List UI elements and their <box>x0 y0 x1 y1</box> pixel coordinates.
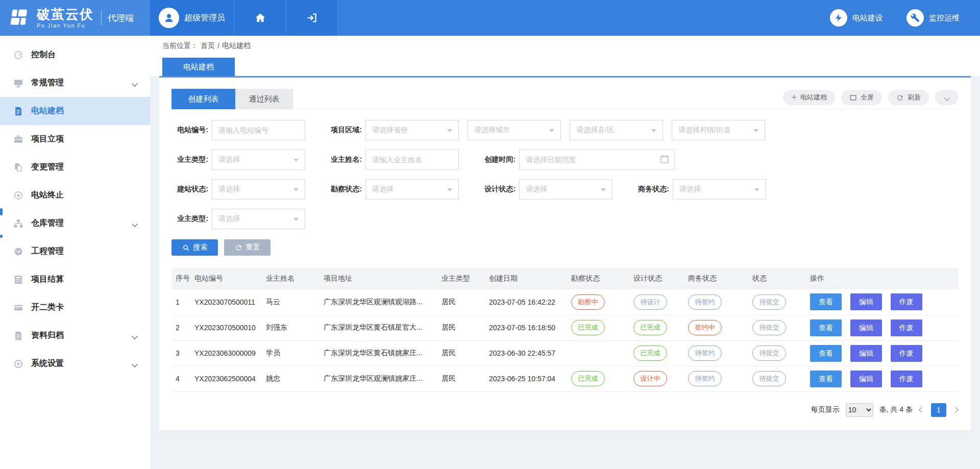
breadcrumb-separator: / <box>217 42 219 50</box>
filter-label: 业主类型: <box>172 214 208 224</box>
cell-type: 居民 <box>437 289 485 315</box>
sidebar-item-station-filing[interactable]: 电站建档 <box>0 97 150 125</box>
gauge-icon <box>13 246 23 257</box>
filter-row: 建站状态: 请选择 勘察状态: 请选择 设计状态: 请选择 商务状态: <box>172 179 959 200</box>
cell-address: 广东深圳龙华区观澜镇姚家庄... <box>320 366 437 391</box>
sidebar-item-system-settings[interactable]: 系统设置 <box>0 350 150 378</box>
edit-button[interactable]: 编辑 <box>850 293 882 310</box>
col-header: 操作 <box>806 268 959 289</box>
page-number-button[interactable]: 1 <box>931 403 946 417</box>
edit-button[interactable]: 编辑 <box>850 371 882 387</box>
cell-no: 3 <box>172 340 190 366</box>
cell-address: 广东深圳龙华区观澜镇观湖路... <box>320 289 437 315</box>
logout-button[interactable] <box>286 0 338 36</box>
county-select[interactable]: 请选择县/区 <box>570 120 663 140</box>
sidebar-item-data-archive[interactable]: 资料归档 <box>0 322 150 350</box>
breadcrumb-current: 电站建档 <box>222 41 251 51</box>
logo-divider <box>101 10 102 26</box>
reset-icon <box>235 244 242 252</box>
calculator-icon <box>13 275 23 285</box>
refresh-button[interactable]: 刷新 <box>888 90 929 105</box>
cell-actions: 查看 编辑 作废 <box>806 315 959 340</box>
user-menu[interactable]: 超级管理员 <box>150 0 234 36</box>
page-tab-station-filing[interactable]: 电站建档 <box>162 58 235 76</box>
cell-type: 居民 <box>437 366 485 391</box>
view-button[interactable]: 查看 <box>810 319 842 336</box>
search-button[interactable]: 搜索 <box>172 239 218 256</box>
sidebar-item-label: 仓库管理 <box>31 218 64 229</box>
sidebar-item-engineering-mgmt[interactable]: 工程管理 <box>0 237 150 265</box>
per-page-select[interactable]: 10 <box>846 403 873 417</box>
filter-form: 电站编号: 项目区域: 请选择省份 请选择城市 请选择县/区 请选择村镇/街道 <box>172 110 959 256</box>
cell-code: YX2023062500004 <box>190 366 262 391</box>
select-placeholder: 请选择村镇/街道 <box>678 126 730 135</box>
sidebar-item-general-mgmt[interactable]: 常规管理 <box>0 69 150 97</box>
table-row: 3 YX2023063000009 学员 广东深圳龙华区黄石镇姚家庄... 居民… <box>172 340 959 366</box>
filter-row: 业主类型: 请选择 <box>172 209 959 229</box>
cell-actions: 查看 编辑 作废 <box>806 340 959 366</box>
collapse-toolbar-button[interactable] <box>935 90 959 105</box>
view-button[interactable]: 查看 <box>810 345 842 362</box>
sidebar-item-project-settlement[interactable]: 项目结算 <box>0 265 150 293</box>
view-button[interactable]: 查看 <box>810 293 842 310</box>
sidebar-item-project-initiation[interactable]: 项目立项 <box>0 125 150 153</box>
filter-label: 创建时间: <box>479 155 516 164</box>
void-button[interactable]: 作废 <box>891 371 922 387</box>
survey-status-badge: 勘察中 <box>571 294 605 310</box>
home-button[interactable] <box>234 0 286 36</box>
sidebar-item-open-card[interactable]: 开二类卡 <box>0 293 150 322</box>
filter-create-time: 创建时间: <box>479 150 675 170</box>
nav-item-operations[interactable]: 监控运维 <box>906 9 960 27</box>
brand-subtitle: Po Jian Yun Fu <box>37 23 94 29</box>
copy-icon <box>13 162 23 172</box>
briefcase-icon <box>13 134 23 144</box>
total-count-label: 条, 共 4 条 <box>879 405 913 414</box>
sidebar-item-warehouse-mgmt[interactable]: 仓库管理 <box>0 209 150 237</box>
cell-no: 2 <box>172 315 190 340</box>
sidebar-item-console[interactable]: 控制台 <box>0 41 150 69</box>
prev-page-icon[interactable] <box>919 407 925 413</box>
top-strip: 当前位置： 首页 / 电站建档 电站建档 <box>150 36 980 76</box>
tab-passed-list[interactable]: 通过列表 <box>235 89 293 109</box>
sidebar-item-label: 控制台 <box>31 50 56 60</box>
col-header: 创建日期 <box>485 268 567 289</box>
build-status-select[interactable]: 请选择 <box>212 179 305 200</box>
owner-name-input[interactable] <box>365 150 459 170</box>
date-range-wrap <box>519 150 675 170</box>
monitor-icon <box>13 78 23 88</box>
cell-no: 4 <box>172 366 190 391</box>
select-placeholder: 请选择省份 <box>372 126 408 135</box>
station-code-input[interactable] <box>212 120 305 140</box>
survey-status-select[interactable]: 请选择 <box>365 179 459 200</box>
chevron-down-icon <box>133 219 137 228</box>
void-button[interactable]: 作废 <box>891 293 922 310</box>
owner-type-select[interactable]: 请选择 <box>212 150 305 170</box>
edit-button[interactable]: 编辑 <box>850 319 882 336</box>
town-select[interactable]: 请选择村镇/街道 <box>672 120 765 140</box>
create-station-button[interactable]: + 电站建档 <box>783 90 835 105</box>
edit-button[interactable]: 编辑 <box>850 345 882 362</box>
sidebar-item-station-termination[interactable]: 电站终止 <box>0 181 150 209</box>
owner-type-select-2[interactable]: 请选择 <box>212 209 305 229</box>
next-page-icon[interactable] <box>952 407 959 413</box>
chevron-down-icon <box>945 94 949 102</box>
reset-button[interactable]: 重置 <box>224 239 271 256</box>
main-area: 控制台 常规管理 电站建档 项目立项 <box>0 36 980 469</box>
brand-text: 破茧云伏 Po Jian Yun Fu <box>37 8 94 29</box>
date-range-input[interactable] <box>519 150 675 170</box>
sidebar-item-change-mgmt[interactable]: 变更管理 <box>0 153 150 181</box>
province-select[interactable]: 请选择省份 <box>365 120 459 140</box>
fullscreen-button[interactable]: 全屏 <box>841 90 882 105</box>
lightning-icon <box>830 9 847 27</box>
void-button[interactable]: 作废 <box>891 319 922 336</box>
void-button[interactable]: 作废 <box>891 345 922 362</box>
business-status-badge: 待签约 <box>688 294 722 310</box>
city-select[interactable]: 请选择城市 <box>468 120 561 140</box>
breadcrumb-home[interactable]: 首页 <box>201 41 215 51</box>
view-button[interactable]: 查看 <box>810 371 842 387</box>
nav-item-construction[interactable]: 电站建设 <box>830 9 883 27</box>
business-status-select[interactable]: 请选择 <box>673 179 766 200</box>
design-status-select[interactable]: 请选择 <box>519 179 612 200</box>
cell-date: 2023-06-30 22:45:57 <box>485 340 567 366</box>
tab-create-list[interactable]: 创建列表 <box>172 89 235 109</box>
